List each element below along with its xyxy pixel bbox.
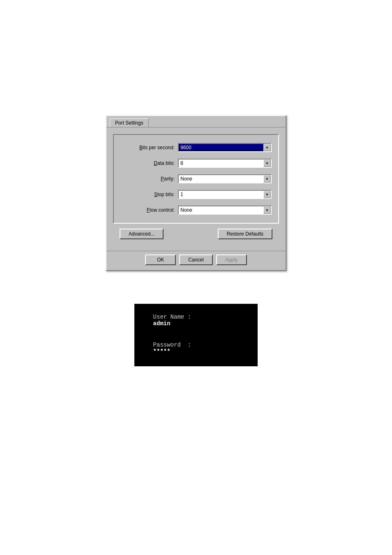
data-bits-row: Data bits: 8: [120, 159, 272, 168]
terminal-username-value: admin: [153, 320, 171, 327]
data-bits-dropdown-btn[interactable]: [263, 160, 271, 167]
data-bits-select[interactable]: 8: [178, 159, 272, 168]
fields-panel: Bits per second: 9600 Data bits: 8: [113, 134, 279, 224]
restore-defaults-button[interactable]: Restore Defaults: [218, 229, 272, 239]
cancel-button[interactable]: Cancel: [179, 254, 212, 265]
stop-bits-row: Stop bits: 1: [120, 190, 272, 199]
terminal-username-label: User Name :: [153, 314, 191, 320]
data-bits-value: 8: [179, 160, 263, 166]
action-button-row: OK Cancel Apply: [106, 251, 286, 270]
stop-bits-select[interactable]: 1: [178, 190, 272, 199]
terminal-username-line: User Name : admin: [139, 307, 253, 333]
terminal-login-panel: User Name : admin Password : *****: [134, 304, 258, 366]
data-bits-label: Data bits:: [120, 160, 178, 166]
terminal-password-label: Password :: [153, 342, 191, 348]
parity-dropdown[interactable]: None: [178, 174, 272, 183]
flow-control-label: Flow control:: [120, 207, 178, 213]
flow-control-dropdown-btn[interactable]: [263, 206, 271, 214]
tab-port-settings[interactable]: Port Settings: [110, 118, 149, 127]
ok-button[interactable]: OK: [145, 254, 176, 265]
terminal-password-value: *****: [153, 348, 171, 355]
advanced-button[interactable]: Advanced...: [120, 229, 164, 239]
bottom-button-row: Advanced... Restore Defaults: [113, 229, 279, 244]
bits-per-second-select[interactable]: 9600: [178, 143, 272, 152]
bits-per-second-dropdown-btn[interactable]: [263, 144, 271, 151]
stop-bits-dropdown[interactable]: 1: [178, 190, 272, 199]
flow-control-select[interactable]: None: [178, 206, 272, 215]
bits-per-second-value: 9600: [179, 145, 263, 150]
flow-control-row: Flow control: None: [120, 206, 272, 215]
terminal-password-line: Password : *****: [139, 335, 253, 361]
flow-control-dropdown[interactable]: None: [178, 206, 272, 215]
parity-dropdown-btn[interactable]: [263, 175, 271, 183]
tab-bar: Port Settings: [106, 116, 286, 127]
stop-bits-dropdown-btn[interactable]: [263, 191, 271, 198]
stop-bits-label: Stop bits:: [120, 192, 178, 197]
data-bits-dropdown[interactable]: 8: [178, 159, 272, 168]
flow-control-value: None: [179, 207, 263, 213]
apply-button[interactable]: Apply: [216, 254, 247, 265]
parity-row: Parity: None: [120, 174, 272, 183]
tab-content: Bits per second: 9600 Data bits: 8: [106, 127, 286, 251]
stop-bits-value: 1: [179, 192, 263, 197]
parity-select[interactable]: None: [178, 174, 272, 183]
bits-per-second-row: Bits per second: 9600: [120, 143, 272, 152]
parity-value: None: [179, 176, 263, 182]
bits-per-second-label: Bits per second:: [120, 145, 178, 150]
port-settings-dialog: Port Settings Bits per second: 9600: [106, 115, 286, 271]
parity-label: Parity:: [120, 176, 178, 182]
bits-per-second-dropdown[interactable]: 9600: [178, 143, 272, 152]
